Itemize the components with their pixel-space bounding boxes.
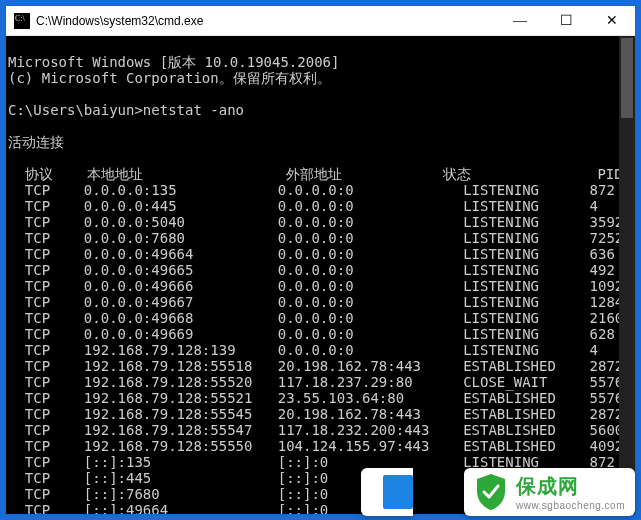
window-title: C:\Windows\system32\cmd.exe (36, 14, 497, 28)
banner-line: (c) Microsoft Corporation。保留所有权利。 (8, 70, 331, 86)
watermark-url: www.sgbaocheng.com (516, 500, 625, 511)
watermark: 保成网 www.sgbaocheng.com (464, 468, 635, 516)
watermark-tab (361, 468, 413, 516)
watermark-square-icon (383, 475, 413, 509)
table-header: 协议 本地地址 外部地址 状态 PID (8, 166, 623, 182)
table-body: TCP 0.0.0.0:135 0.0.0.0:0 LISTENING 872 … (8, 182, 623, 514)
scrollbar-thumb[interactable] (621, 38, 633, 118)
section-title: 活动连接 (8, 134, 64, 150)
scrollbar[interactable] (619, 36, 635, 514)
console-output[interactable]: Microsoft Windows [版本 10.0.19045.2006] (… (6, 36, 635, 514)
cmd-window: C:\Windows\system32\cmd.exe — ☐ ✕ Micros… (5, 5, 636, 515)
shield-icon (474, 473, 508, 511)
watermark-brand: 保成网 (516, 473, 625, 500)
cmd-icon (14, 13, 30, 29)
prompt: C:\Users\baiyun> (8, 102, 143, 118)
banner-line: Microsoft Windows [版本 10.0.19045.2006] (8, 54, 339, 70)
minimize-button[interactable]: — (497, 6, 543, 35)
command-text: netstat -ano (143, 102, 244, 118)
titlebar[interactable]: C:\Windows\system32\cmd.exe — ☐ ✕ (6, 6, 635, 36)
close-button[interactable]: ✕ (589, 6, 635, 35)
maximize-button[interactable]: ☐ (543, 6, 589, 35)
